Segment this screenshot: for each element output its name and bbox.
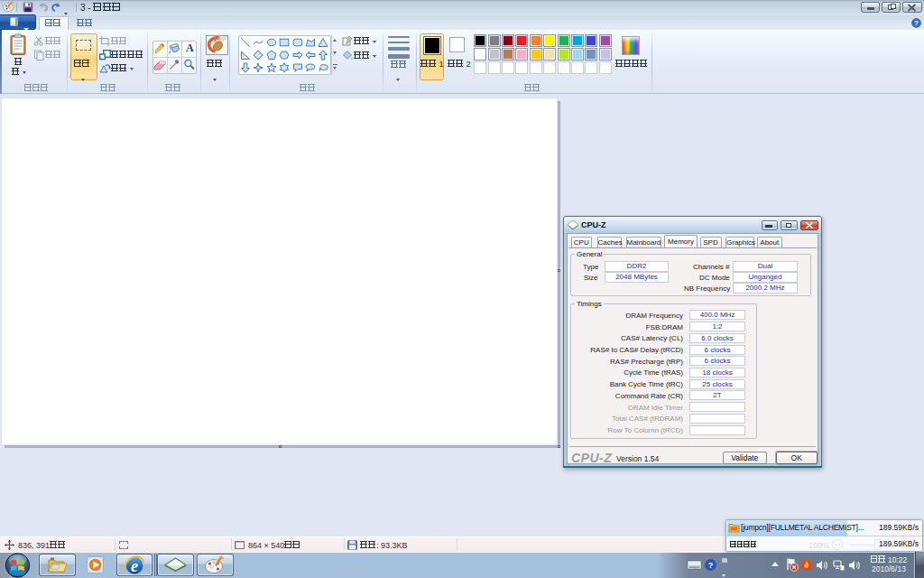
svg-text:?: ? — [914, 19, 919, 27]
svg-text:?: ? — [708, 560, 714, 569]
svg-text:e: e — [131, 556, 138, 574]
